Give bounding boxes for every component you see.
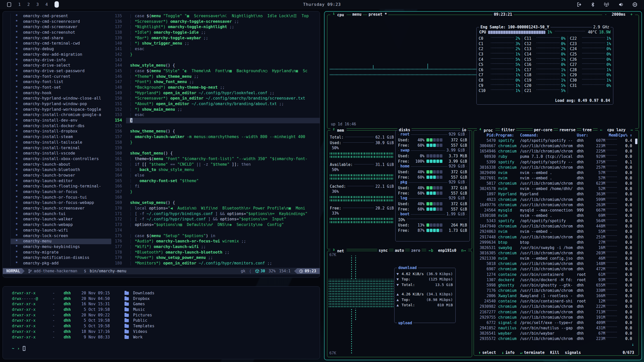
editor-row[interactable]: *omarchy-hook149 *Hyprland*) open_in_edi… <box>12 90 320 96</box>
file-list-item[interactable]: *omarchy-launch-wifi <box>12 228 111 233</box>
list-item[interactable]: drwxr-xr-x-dhh 5 Oct 19:58Music <box>12 307 320 313</box>
code-line[interactable] <box>126 123 320 129</box>
code-line[interactable]: *Nightlight*) omarchy-toggle-nightlight … <box>126 24 320 30</box>
file-list-item[interactable]: *omarchy-launch-about <box>12 162 111 167</box>
btop-menu-button[interactable]: menu <box>351 12 363 17</box>
file-list-item[interactable]: *omarchy-launch-or-focus-tui <box>12 195 111 200</box>
filter-button[interactable]: filter <box>500 128 516 133</box>
code-line[interactable] <box>126 228 320 233</box>
proc-row[interactable]: 2921330nvimnvim --embed config.jsodhh46M… <box>476 256 632 261</box>
file-list-item[interactable]: *omarchy-cmd-screenrecord <box>12 19 111 25</box>
code-line[interactable]: *) show_trigger_menu ;; <box>126 41 320 46</box>
proc-header-command[interactable]: Command: <box>520 133 577 138</box>
code-line[interactable]: *Theme*) show_theme_menu ;; <box>126 74 320 80</box>
editor-row[interactable]: *omarchy-launch-or-focus167} <box>12 189 320 195</box>
logout-icon[interactable] <box>577 2 582 7</box>
proc-row[interactable]: 5998ghostty/usr/bin/ghostty --gtk-dhh655… <box>476 283 632 288</box>
file-list-item[interactable]: *omarchy-drive-info <box>12 58 111 63</box>
file-list-item[interactable]: *omarchy-launch-bluetooth <box>12 167 111 173</box>
editor-row[interactable]: *omarchy-debug141 esac <box>12 46 320 52</box>
proc-row[interactable]: 1649776chromium/usr/lib/chromium/chromdh… <box>476 202 632 208</box>
file-list-item[interactable]: *omarchy-hyprland-window-pop <box>12 101 111 107</box>
sort-selector[interactable]: ← cpu lazy → <box>598 128 635 132</box>
code-line[interactable]: [ -f ~/.config/hypr/bindings.conf ] && o… <box>126 211 320 217</box>
code-line[interactable]: show_setup_menu() { <box>126 200 320 206</box>
proc-row[interactable]: 6772signal-d/proc/self/exe --type=rdhh40… <box>476 320 632 326</box>
proc-row[interactable]: 1897HyprlandHyprlanddhh363M0.0 <box>476 192 632 197</box>
file-list-item[interactable]: *omarchy-lock-screen <box>12 233 111 239</box>
footer-action-kill[interactable]: Kill <box>550 350 559 355</box>
file-list-item[interactable]: *omarchy-cmd-present <box>12 13 111 19</box>
file-list-item[interactable]: *omarchy-hyprland-workspace-toggle <box>12 107 111 112</box>
file-list-item[interactable]: *omarchy-launch-editor <box>12 178 111 184</box>
editor-row[interactable]: *omarchy-launch-tui171 [ -f ~/.config/hy… <box>12 211 320 217</box>
footer-action-signals[interactable]: signals <box>565 350 581 355</box>
code-line[interactable]: theme=$(menu "Font" "$(omarchy-font-list… <box>126 156 320 162</box>
code-line[interactable]: *Power*) show_setup_power_menu ;; <box>126 255 320 261</box>
code-line[interactable]: *Screensaver*) open_in_editor ~/.config/… <box>126 96 320 101</box>
proc-row[interactable]: 2929755chromium/usr/lib/chromium/chromdh… <box>476 315 632 320</box>
code-line[interactable]: *Background*) omarchy-theme-bg-next ;; <box>126 85 320 90</box>
file-list-item[interactable]: *omarchy-migrate <box>12 250 111 255</box>
proc-row[interactable]: 3026541waybar/usr/bin/waybardhh67M0.0 <box>476 331 632 336</box>
list-item[interactable]: drwxr-xr-x-dhh 9 Nov 08:33Work <box>12 335 320 340</box>
file-list-item[interactable]: *omarchy-launch-tui <box>12 211 111 217</box>
list-item[interactable]: drwxr-xr-x-dhh20 Nov 09:15Downloads <box>12 291 320 296</box>
btop-preset-button[interactable]: preset * <box>367 12 388 17</box>
code-line[interactable]: *Bar*) omarchy-toggle-waybar ;; <box>126 35 320 41</box>
file-list-item[interactable]: *omarchy-hyprland-window-close-all <box>12 96 111 101</box>
proc-row[interactable]: 2999634btopbtopdhh27M0.0 <box>476 240 632 245</box>
editor-row[interactable]: *omarchy-hyprland-workspace-toggle152 *)… <box>12 107 320 112</box>
cpu-icon[interactable] <box>632 2 637 7</box>
code-line[interactable]: options="$options\n▤ Defaults\n☍ DNS\n◈ … <box>126 222 320 228</box>
editor-row[interactable]: *omarchy-launch-screensaver170 local opt… <box>12 206 320 211</box>
code-line[interactable]: if [[ "$theme" == "CNCLD" || -z "$theme"… <box>126 162 320 167</box>
code-line[interactable]: else <box>126 173 320 178</box>
editor-row[interactable]: *omarchy-install-docker-dbs155 <box>12 123 320 129</box>
editor-row[interactable]: *omarchy-menu-keybindings177 *Wifi*) oma… <box>12 244 320 250</box>
file-list-item[interactable]: *omarchy-install-dev-env <box>12 118 111 123</box>
proc-row[interactable]: 2167277chromium/usr/lib/chromium/chromdh… <box>476 310 632 315</box>
proc-row[interactable]: 6907chromium/usr/lib/chromium/chromdhh47… <box>476 266 632 272</box>
editor-row[interactable]: *omarchy-install-chromium-google-a153 es… <box>12 112 320 118</box>
code-line[interactable] <box>126 145 320 151</box>
editor-row[interactable]: *omarchy-install-vscode160show_font_menu… <box>12 151 320 156</box>
tree-toggle[interactable]: tree <box>581 128 593 132</box>
file-list-item[interactable]: *omarchy-cmd-share <box>12 35 111 41</box>
code-line[interactable]: } <box>126 189 320 195</box>
editor-row[interactable]: *omarchy-hyprland-window-pop151 *About*)… <box>12 101 320 107</box>
list-item[interactable]: drwxr-xr-x-dhh16 Nov 15:31Games <box>12 301 320 307</box>
file-list-item[interactable]: *omarchy-launch-screensaver <box>12 206 111 211</box>
net-sync-toggle[interactable]: sync <box>377 248 389 253</box>
code-line[interactable]: *) show_main_menu ;; <box>126 107 320 112</box>
reverse-toggle[interactable]: reverse <box>558 128 577 132</box>
editor-row[interactable]: *omarchy-drive-info143 <box>12 58 320 63</box>
editor-row[interactable]: *omarchy-cmd-screenrecord136 *Screensave… <box>12 19 320 25</box>
proc-row[interactable]: 1654946chromium/usr/lib/chromium/chromdh… <box>476 149 632 154</box>
proc-row[interactable]: 5399spotify/opt/spotify/spotify --dhh375… <box>476 160 632 165</box>
refresh-interval[interactable]: - 2000ms + <box>602 12 635 17</box>
file-list-item[interactable]: *omarchy-launch-webapp <box>12 222 111 228</box>
code-line[interactable]: *About*) open_in_editor ~/.config/omarch… <box>126 101 320 107</box>
net-auto-toggle[interactable]: auto <box>393 248 405 253</box>
code-line[interactable]: *Wifi*) omarchy-launch-wifi ;; <box>126 244 320 250</box>
code-line[interactable]: omarchy-font-set "$theme" <box>126 178 320 184</box>
bluetooth-icon[interactable] <box>591 2 595 7</box>
list-item[interactable]: drwxr-xr-x-dhh 5 Oct 19:58Public <box>12 318 320 323</box>
file-list-item[interactable]: *omarchy-menu-keybindings <box>12 244 111 250</box>
code-line[interactable]: show_style_menu() { <box>126 63 320 68</box>
footer-action-info[interactable]: ↓info <box>502 350 514 355</box>
file-list-item[interactable]: *omarchy-notification-dismiss <box>12 255 111 261</box>
file-list-item[interactable]: *omarchy-pkg-add <box>12 261 111 266</box>
proc-row[interactable]: 1307dockerd/usr/bin/dockerd -H fd:root93… <box>476 277 632 283</box>
code-line[interactable]: *Idle*) omarchy-toggle-idle ;; <box>126 30 320 35</box>
scroll-down-arrow[interactable]: ↓ <box>632 342 634 347</box>
footer-action-select[interactable]: ↑select <box>478 350 496 355</box>
file-list-item[interactable]: *omarchy-install-xbox-controllers <box>12 156 111 162</box>
code-line[interactable] <box>126 58 320 63</box>
proc-header-pid[interactable]: Pid: <box>476 133 496 138</box>
workspace-4[interactable]: 4 <box>45 2 48 7</box>
file-list-item[interactable]: *omarchy-install-docker-dbs <box>12 123 111 129</box>
file-list-item[interactable]: *omarchy-install-steam <box>12 134 111 140</box>
code-line[interactable]: *Bluetooth*) omarchy-launch-bluetooth ;; <box>126 250 320 255</box>
